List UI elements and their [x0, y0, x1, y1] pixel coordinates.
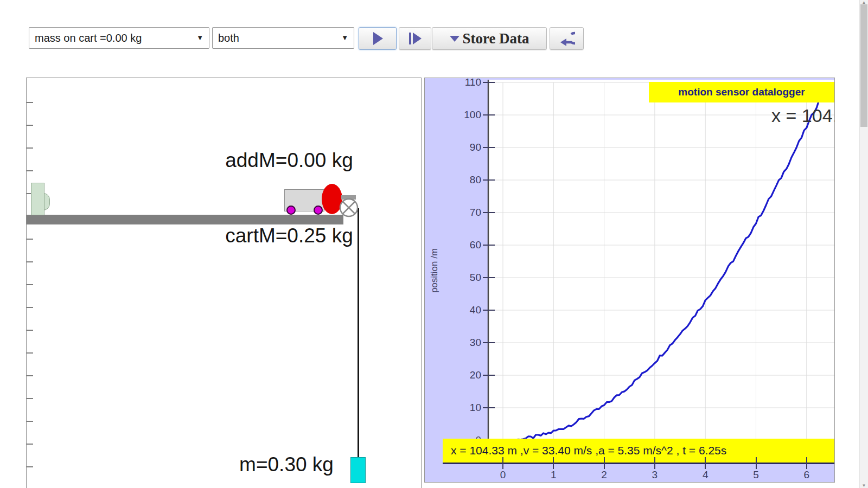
y-tick-label: 70	[456, 207, 481, 219]
x-tick-label: 4	[696, 469, 714, 481]
ruler-tick	[27, 102, 33, 103]
x-tick-label: 0	[494, 469, 512, 481]
y-tick-label: 30	[456, 337, 481, 349]
position-readout: x = 104.	[771, 105, 835, 126]
ruler-tick	[27, 466, 33, 467]
ruler-tick	[27, 125, 33, 126]
x-tick-label: 3	[646, 469, 664, 481]
step-button[interactable]	[399, 27, 431, 50]
cart-wheel-left	[286, 206, 296, 215]
page-scrollbar[interactable]: ▲ ▼	[859, 0, 868, 488]
position-curve	[503, 100, 819, 441]
ruler-tick	[27, 147, 33, 149]
step-forward-icon	[408, 32, 422, 45]
simulation-panel: addM=0.00 kg cartM=0.25 kg m=0.30 kg	[26, 78, 422, 488]
x-axis-tick	[654, 457, 655, 469]
y-tick-label: 50	[456, 272, 481, 284]
ruler-tick	[27, 261, 33, 262]
view-dropdown-value: both	[218, 28, 239, 48]
scrollbar-down-icon[interactable]: ▼	[860, 483, 868, 488]
y-tick-label: 90	[456, 142, 481, 153]
play-icon	[371, 31, 384, 46]
x-tick-label: 1	[544, 469, 563, 481]
chevron-down-icon: ▼	[341, 28, 348, 48]
x-tick-label: 5	[747, 469, 765, 481]
cart-wheel-right	[314, 206, 323, 215]
undo-reset-icon	[559, 31, 575, 46]
motion-sensor	[31, 183, 44, 215]
y-axis-title: position /m	[429, 233, 440, 309]
chevron-down-icon: ▼	[196, 28, 203, 48]
ruler-tick	[27, 444, 33, 445]
y-tick-label: 10	[456, 402, 481, 414]
ruler-tick	[27, 398, 33, 399]
y-tick-label: 80	[456, 174, 481, 186]
hanging-mass-label: m=0.30 kg	[200, 453, 373, 476]
store-data-button[interactable]: Store Data	[432, 27, 547, 50]
x-axis-tick	[553, 457, 554, 469]
status-bar: x = 104.33 m ,v = 33.40 m/s ,a = 5.35 m/…	[443, 439, 835, 464]
pulley-icon	[339, 197, 360, 219]
ruler-tick	[27, 421, 33, 422]
y-tick-label: 100	[456, 109, 481, 121]
x-axis-tick	[604, 457, 605, 469]
x-axis-tick	[756, 457, 757, 469]
cart-mass-label: cartM=0.25 kg	[202, 224, 376, 247]
x-axis-tick	[806, 457, 807, 469]
x-tick-label: 6	[797, 469, 816, 481]
ruler-tick	[27, 239, 33, 240]
mass-on-cart-dropdown[interactable]: mass on cart =0.00 kg ▼	[29, 27, 209, 49]
table	[27, 215, 343, 224]
x-axis-tick	[502, 457, 503, 469]
ruler-tick	[27, 352, 33, 354]
add-mass-label: addM=0.00 kg	[202, 149, 376, 172]
ruler-tick	[27, 307, 33, 308]
ruler-tick	[27, 284, 33, 285]
y-tick-label: 20	[456, 369, 481, 381]
scrollbar-thumb[interactable]	[860, 4, 867, 127]
view-dropdown[interactable]: both ▼	[212, 27, 354, 49]
ruler-tick	[27, 170, 33, 171]
y-tick-label: 60	[456, 239, 481, 251]
x-axis-tick	[705, 457, 706, 469]
chevron-down-icon	[449, 35, 460, 42]
reset-button[interactable]	[550, 27, 584, 50]
play-button[interactable]	[359, 27, 397, 50]
ruler-tick	[27, 375, 33, 376]
mass-on-cart-dropdown-value: mass on cart =0.00 kg	[35, 28, 142, 48]
ruler-tick	[27, 330, 33, 331]
graph-title-overlay: motion sensor datalogger	[649, 82, 834, 102]
y-tick-label: 110	[456, 78, 481, 88]
graph-canvas	[425, 78, 834, 482]
y-tick-label: 40	[456, 304, 481, 316]
x-tick-label: 2	[595, 469, 614, 481]
store-data-label: Store Data	[462, 30, 529, 47]
graph-panel[interactable]: 0102030405060708090100110 position /m x …	[424, 78, 835, 483]
